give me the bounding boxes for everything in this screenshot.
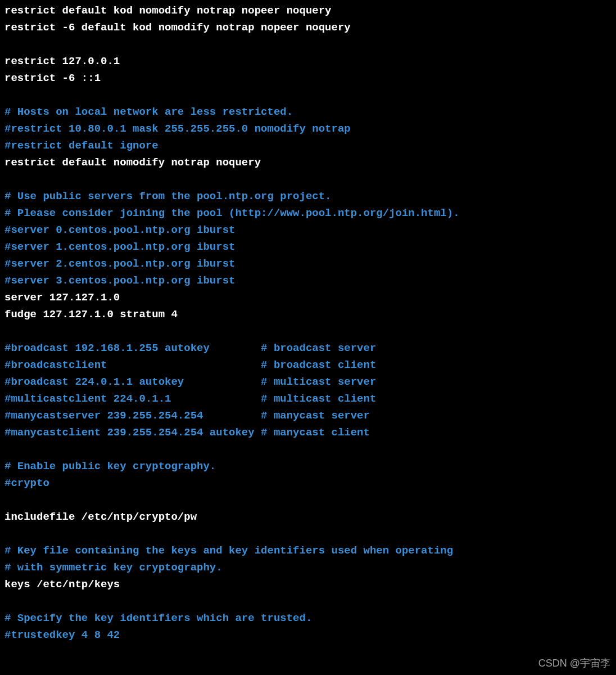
config-line bbox=[4, 441, 612, 458]
config-line: includefile /etc/ntp/crypto/pw bbox=[4, 508, 612, 525]
config-line: #crypto bbox=[4, 475, 612, 492]
config-line: # with symmetric key cryptography. bbox=[4, 559, 612, 576]
config-line: #server 0.centos.pool.ntp.org iburst bbox=[4, 222, 612, 238]
config-line bbox=[4, 171, 612, 188]
config-line: # Hosts on local network are less restri… bbox=[4, 104, 612, 120]
config-line: # Specify the key identifiers which are … bbox=[4, 610, 612, 627]
config-line: # Use public servers from the pool.ntp.o… bbox=[4, 188, 612, 205]
config-line: #restrict 10.80.0.1 mask 255.255.255.0 n… bbox=[4, 120, 612, 137]
watermark-text: CSDN @宇宙李 bbox=[538, 655, 610, 672]
config-line bbox=[4, 593, 612, 610]
config-line: restrict 127.0.0.1 bbox=[4, 53, 612, 70]
config-line: keys /etc/ntp/keys bbox=[4, 576, 612, 593]
config-line: # Key file containing the keys and key i… bbox=[4, 542, 612, 559]
config-line bbox=[4, 492, 612, 508]
config-line: #trustedkey 4 8 42 bbox=[4, 627, 612, 644]
config-line: # Please consider joining the pool (http… bbox=[4, 205, 612, 222]
config-line bbox=[4, 525, 612, 542]
config-line: restrict default kod nomodify notrap nop… bbox=[4, 2, 612, 19]
config-line bbox=[4, 36, 612, 53]
config-line: restrict -6 default kod nomodify notrap … bbox=[4, 19, 612, 36]
config-line: #server 1.centos.pool.ntp.org iburst bbox=[4, 238, 612, 255]
config-line: fudge 127.127.1.0 stratum 4 bbox=[4, 306, 612, 323]
config-line: # Enable public key cryptography. bbox=[4, 458, 612, 475]
config-line: restrict default nomodify notrap noquery bbox=[4, 154, 612, 171]
config-line: #server 2.centos.pool.ntp.org iburst bbox=[4, 255, 612, 272]
terminal-output: restrict default kod nomodify notrap nop… bbox=[4, 2, 612, 644]
config-line bbox=[4, 87, 612, 104]
config-line: #manycastclient 239.255.254.254 autokey … bbox=[4, 424, 612, 441]
config-line: #broadcast 192.168.1.255 autokey # broad… bbox=[4, 340, 612, 357]
config-line: #broadcastclient # broadcast client bbox=[4, 357, 612, 374]
config-line: #manycastserver 239.255.254.254 # manyca… bbox=[4, 407, 612, 424]
config-line: #multicastclient 224.0.1.1 # multicast c… bbox=[4, 390, 612, 407]
config-line: #restrict default ignore bbox=[4, 137, 612, 154]
config-line: #broadcast 224.0.1.1 autokey # multicast… bbox=[4, 374, 612, 390]
config-line bbox=[4, 323, 612, 340]
config-line: #server 3.centos.pool.ntp.org iburst bbox=[4, 272, 612, 289]
config-line: restrict -6 ::1 bbox=[4, 70, 612, 87]
config-line: server 127.127.1.0 bbox=[4, 289, 612, 306]
